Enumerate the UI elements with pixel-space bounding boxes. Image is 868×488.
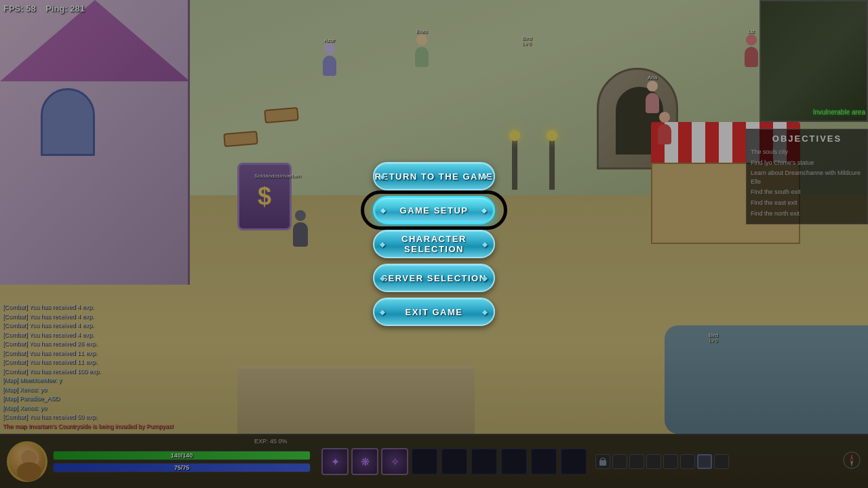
game-setup-button[interactable]: GAME SETUP (373, 196, 495, 224)
server-selection-button[interactable]: SERVER SELECTION (373, 264, 495, 292)
menu-overlay: RETURN TO THE GAME GAME SETUP CHARACTER … (0, 0, 868, 488)
game-background: $ Azur Elvis Bird Lv 0 Liz (0, 0, 868, 488)
exit-game-button[interactable]: EXIT GAME (373, 298, 495, 326)
return-to-game-button[interactable]: RETURN TO THE GAME (373, 162, 495, 190)
game-setup-wrapper: GAME SETUP (373, 196, 495, 224)
game-menu: RETURN TO THE GAME GAME SETUP CHARACTER … (373, 162, 495, 326)
character-selection-button[interactable]: CHARACTER SELECTION (373, 230, 495, 258)
